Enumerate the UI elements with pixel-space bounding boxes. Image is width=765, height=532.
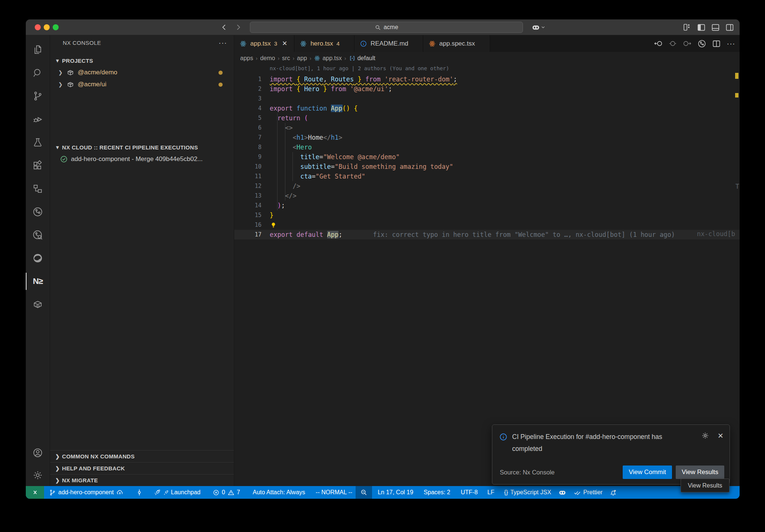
auto-attach-item[interactable]: Auto Attach: Always: [250, 486, 309, 499]
code-line-17[interactable]: 17export default App; fix: correct typo …: [234, 230, 740, 239]
edge-browser-icon[interactable]: [26, 247, 50, 270]
code-line-7[interactable]: 7 <h1>Home</h1>: [234, 133, 740, 142]
close-window-button[interactable]: [35, 24, 41, 30]
command-center-search[interactable]: acme: [250, 22, 523, 33]
customize-layout-icon[interactable]: [682, 22, 692, 32]
project-item-acme-ui[interactable]: ❯ @acme/ui: [50, 78, 234, 90]
nx-graph-icon[interactable]: [26, 200, 50, 223]
settings-gear-icon[interactable]: [26, 464, 50, 486]
code-line-16[interactable]: 16: [234, 220, 740, 230]
code-line-3[interactable]: 3: [234, 94, 740, 103]
tab-app-tsx[interactable]: app.tsx 3 ✕: [234, 35, 294, 52]
sidebar-more-actions-icon[interactable]: ···: [219, 38, 227, 47]
common-nx-commands-header[interactable]: ❯COMMON NX COMMANDS: [50, 450, 234, 462]
git-commit-item[interactable]: [132, 486, 146, 499]
toggle-panel-icon[interactable]: [710, 22, 720, 32]
breadcrumb-item-file[interactable]: app.tsx: [314, 55, 342, 62]
tab-readme-md[interactable]: README.md: [354, 35, 423, 52]
tab-badge: 4: [337, 40, 340, 47]
search-icon: [375, 24, 381, 31]
line-number: 8: [234, 142, 261, 152]
line-number: 10: [234, 162, 261, 171]
breadcrumb-item-symbol[interactable]: default: [349, 55, 375, 62]
code-line-1[interactable]: 1import { Route, Routes } from 'react-ro…: [234, 74, 740, 84]
open-changes-icon[interactable]: [697, 39, 707, 49]
code-line-4[interactable]: 4export function App() {: [234, 103, 740, 113]
git-blame-header: nx-cloud[bot], 1 hour ago | 2 authors (Y…: [270, 65, 449, 74]
pipeline-execution-item[interactable]: add-hero-component - Merge 409b44e5cb02.…: [50, 153, 234, 165]
split-editor-icon[interactable]: [712, 39, 721, 49]
notification-close-icon[interactable]: ✕: [718, 432, 724, 440]
code-line-14[interactable]: 14 );: [234, 201, 740, 210]
lightbulb-icon[interactable]: [270, 222, 277, 229]
code-line-6[interactable]: 6 <>: [234, 123, 740, 133]
problems-item[interactable]: 0 7: [209, 486, 244, 499]
toggle-secondary-sidebar-icon[interactable]: [725, 22, 734, 32]
breadcrumb-item[interactable]: app: [297, 55, 307, 62]
code-line-8[interactable]: 8 <Hero: [234, 142, 740, 152]
breadcrumb-item[interactable]: src: [282, 55, 290, 62]
toggle-sidebar-icon[interactable]: [696, 22, 706, 32]
references-icon[interactable]: [26, 177, 50, 200]
code-line-15[interactable]: 15}: [234, 210, 740, 220]
prettier-item[interactable]: Prettier: [570, 486, 606, 499]
revision-icon[interactable]: [668, 39, 678, 49]
zoom-window-button[interactable]: [53, 24, 59, 30]
help-and-feedback-header[interactable]: ❯HELP AND FEEDBACK: [50, 462, 234, 474]
code-line-13[interactable]: 13 </>: [234, 191, 740, 201]
eol-item[interactable]: LF: [484, 486, 498, 499]
code-line-12[interactable]: 12 />: [234, 181, 740, 191]
next-change-icon[interactable]: [682, 39, 692, 49]
language-mode-item[interactable]: {} TypeScript JSX: [501, 486, 554, 499]
code-line-2[interactable]: 2import { Hero } from '@acme/ui';: [234, 84, 740, 94]
copilot-status-item[interactable]: [555, 486, 570, 499]
previous-change-icon[interactable]: [653, 39, 663, 49]
tab-hero-tsx[interactable]: hero.tsx 4: [294, 35, 354, 52]
view-results-button[interactable]: View Results: [676, 466, 724, 479]
copilot-menu-button[interactable]: [528, 22, 549, 32]
run-debug-icon[interactable]: [26, 108, 50, 131]
extensions-icon[interactable]: [26, 154, 50, 177]
code-line-10[interactable]: 10 subtitle="Build something amazing tod…: [234, 162, 740, 171]
modified-dot: [219, 71, 223, 75]
code-line-9[interactable]: 9 title="Welcome @acme/demo": [234, 152, 740, 162]
nx-console-icon[interactable]: N≥: [26, 270, 50, 293]
search-icon[interactable]: [26, 61, 50, 84]
nav-back-icon[interactable]: [219, 22, 229, 32]
more-actions-icon[interactable]: ···: [726, 39, 736, 49]
notification-settings-icon[interactable]: [701, 432, 709, 440]
close-tab-icon[interactable]: ✕: [281, 40, 289, 48]
code-editor[interactable]: nx-cloud[bot], 1 hour ago | 2 authors (Y…: [234, 65, 740, 486]
nav-forward-icon[interactable]: [233, 22, 243, 32]
projects-section-header[interactable]: ▾ PROJECTS: [50, 55, 234, 66]
breadcrumb-item[interactable]: apps: [240, 55, 253, 62]
info-icon: [499, 431, 508, 455]
minimize-window-button[interactable]: [44, 24, 50, 30]
git-branch-item[interactable]: add-hero-component: [46, 486, 127, 499]
code-line-11[interactable]: 11 cta="Get Started": [234, 171, 740, 181]
encoding-item[interactable]: UTF-8: [457, 486, 481, 499]
testing-icon[interactable]: [26, 131, 50, 154]
nx-migrate-header[interactable]: ❯NX MIGRATE: [50, 474, 234, 486]
remote-indicator[interactable]: [26, 486, 44, 499]
launchpad-item[interactable]: Launchpad: [150, 486, 204, 499]
nx-cloud-search-icon[interactable]: [26, 223, 50, 247]
breadcrumb: apps› demo› src› app› app.tsx › default: [234, 52, 740, 65]
view-commit-button[interactable]: View Commit: [623, 466, 672, 479]
project-item-acme-demo[interactable]: ❯ @acme/demo: [50, 66, 234, 78]
indentation-item[interactable]: Spaces: 2: [420, 486, 453, 499]
containers-icon[interactable]: [26, 293, 50, 316]
nx-cloud-section-header[interactable]: ▾ NX CLOUD :: RECENT CI PIPELINE EXECUTI…: [50, 141, 234, 153]
tab-app-spec-tsx[interactable]: app.spec.tsx: [423, 35, 490, 52]
zoom-out-item[interactable]: [356, 486, 372, 499]
notifications-bell-icon[interactable]: [606, 486, 622, 499]
accounts-icon[interactable]: [26, 441, 50, 464]
source-control-icon[interactable]: [26, 84, 50, 108]
code-line-5[interactable]: 5 return (: [234, 113, 740, 123]
cursor-position-item[interactable]: Ln 17, Col 19: [374, 486, 416, 499]
code-line-content: <h1>Home</h1>: [261, 133, 343, 142]
breadcrumb-item[interactable]: demo: [260, 55, 275, 62]
explorer-icon[interactable]: [26, 38, 50, 61]
react-icon: [239, 40, 247, 47]
vim-mode-item[interactable]: -- NORMAL --: [312, 486, 356, 499]
